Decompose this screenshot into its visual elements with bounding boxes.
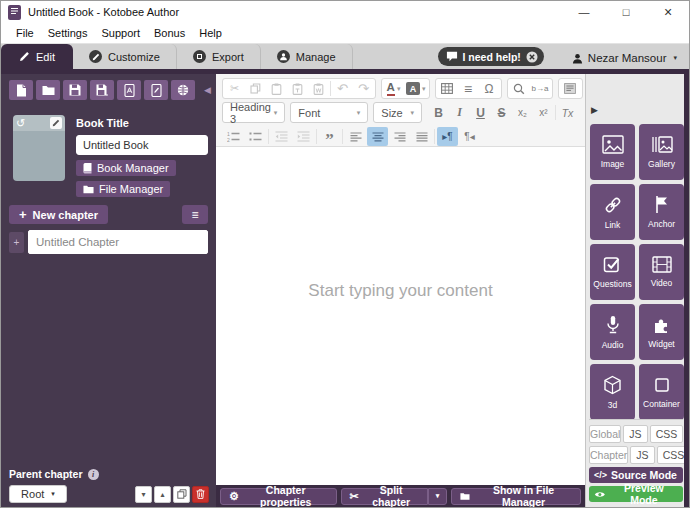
split-chapter-button[interactable]: ✂ Split chapter <box>341 488 428 505</box>
tab-customize[interactable]: Customize <box>73 44 177 69</box>
increase-indent-button[interactable] <box>293 127 314 146</box>
replace-button[interactable]: b→a <box>530 79 551 98</box>
source-mode-button[interactable]: </> Source Mode <box>589 467 683 483</box>
delete-chapter-button[interactable] <box>192 486 209 503</box>
expand-panel-arrow[interactable]: ▶ <box>591 105 598 115</box>
menu-file[interactable]: File <box>9 24 41 42</box>
file-manager-button[interactable]: File Manager <box>76 181 170 197</box>
insert-widget-button[interactable]: Widget <box>639 304 684 360</box>
strikethrough-button[interactable]: S <box>491 103 512 122</box>
paste-from-word-button[interactable] <box>308 79 329 98</box>
book-title-input[interactable] <box>76 135 208 155</box>
move-chapter-down-button[interactable]: ▾ <box>135 486 152 503</box>
menu-bonus[interactable]: Bonus <box>147 24 192 42</box>
duplicate-chapter-button[interactable] <box>173 486 190 503</box>
insert-container-button[interactable]: Container <box>639 364 684 420</box>
superscript-button[interactable]: x² <box>533 103 554 122</box>
parent-chapter-select[interactable]: Root ▾ <box>9 485 67 503</box>
close-button[interactable]: × <box>647 1 689 23</box>
global-css-button[interactable]: CSS <box>650 425 684 443</box>
export-epub-button[interactable] <box>117 80 141 100</box>
export-document-button[interactable] <box>144 80 168 100</box>
horizontal-rule-button[interactable]: ≡ <box>458 79 479 98</box>
blockquote-button[interactable]: ” <box>319 127 340 146</box>
i-need-help-button[interactable]: I need help! <box>438 47 544 66</box>
font-size-select[interactable]: Size ▾ <box>373 102 422 123</box>
collapse-sidebar-arrow[interactable]: ◀ <box>204 85 211 95</box>
cut-button[interactable]: ✂ <box>224 79 245 98</box>
copy-button[interactable] <box>245 79 266 98</box>
insert-questions-button[interactable]: Questions <box>590 244 635 300</box>
insert-link-button[interactable]: Link <box>590 184 635 240</box>
dismiss-circle-icon[interactable] <box>526 51 538 63</box>
insert-audio-button[interactable]: Audio <box>590 304 635 360</box>
justify-button[interactable] <box>411 127 432 146</box>
content-area: ◀ ↺ Book Title Book Manager File Manager <box>1 74 689 507</box>
special-character-button[interactable]: Ω <box>479 79 500 98</box>
reset-cover-icon[interactable]: ↺ <box>16 118 25 129</box>
paragraph-format-select[interactable]: Heading 3 ▾ <box>222 102 285 123</box>
underline-button[interactable]: U <box>470 103 491 122</box>
redo-button[interactable]: ↷ <box>353 79 374 98</box>
tab-manage[interactable]: Manage <box>261 44 353 69</box>
subscript-button[interactable]: x₂ <box>512 103 533 122</box>
insert-table-button[interactable] <box>437 79 458 98</box>
edit-cover-button[interactable] <box>50 117 62 129</box>
tab-export[interactable]: Export <box>177 44 261 69</box>
new-book-button[interactable] <box>9 80 33 100</box>
save-as-button[interactable] <box>90 80 114 100</box>
chapter-js-button[interactable]: JS <box>630 446 654 464</box>
decrease-indent-button[interactable] <box>271 127 292 146</box>
align-left-button[interactable] <box>345 127 366 146</box>
chapter-title-input[interactable] <box>28 230 208 254</box>
text-color-button[interactable]: A ▾ <box>383 79 404 98</box>
insert-anchor-button[interactable]: Anchor <box>639 184 684 240</box>
publish-web-button[interactable] <box>171 80 195 100</box>
insert-video-button[interactable]: Video <box>639 244 684 300</box>
align-center-button[interactable] <box>367 127 388 146</box>
global-code-label: Global <box>589 425 621 443</box>
align-right-button[interactable] <box>389 127 410 146</box>
show-blocks-button[interactable] <box>560 79 581 98</box>
menu-help[interactable]: Help <box>192 24 229 42</box>
undo-button[interactable]: ↶ <box>332 79 353 98</box>
user-menu[interactable]: Nezar Mansour ▾ <box>572 52 677 64</box>
font-family-select[interactable]: Font ▾ <box>290 102 368 123</box>
global-js-button[interactable]: JS <box>623 425 647 443</box>
add-subchapter-button[interactable]: + <box>9 232 24 253</box>
paste-button[interactable] <box>266 79 287 98</box>
show-in-file-manager-button[interactable]: Show in File Manager <box>451 488 581 505</box>
insert-3d-button[interactable]: 3d <box>590 364 635 420</box>
paste-plain-text-button[interactable] <box>287 79 308 98</box>
bullet-list-button[interactable] <box>245 127 266 146</box>
book-manager-button[interactable]: Book Manager <box>76 160 176 176</box>
minimize-button[interactable]: — <box>563 1 605 23</box>
editor-canvas[interactable]: Start typing your content <box>216 147 585 485</box>
tab-edit[interactable]: Edit <box>1 44 73 69</box>
menu-settings[interactable]: Settings <box>41 24 95 42</box>
chapter-list-menu-button[interactable]: ≡ <box>182 205 208 224</box>
text-direction-ltr-button[interactable]: ▸¶ <box>437 127 458 146</box>
bold-button[interactable]: B <box>428 103 449 122</box>
book-cover-thumbnail[interactable]: ↺ <box>13 115 65 181</box>
insert-gallery-button[interactable]: Gallery <box>639 124 684 180</box>
chapter-properties-button[interactable]: ⚙ Chapter properties <box>220 488 337 505</box>
find-button[interactable] <box>509 79 530 98</box>
ordered-list-button[interactable]: 12 <box>223 127 244 146</box>
background-color-button[interactable]: A ▾ <box>404 79 428 98</box>
italic-button[interactable]: I <box>449 103 470 122</box>
insert-image-button[interactable]: Image <box>590 124 635 180</box>
split-chapter-dropdown[interactable]: ▾ <box>428 488 448 505</box>
info-icon[interactable]: i <box>88 469 99 480</box>
new-chapter-button[interactable]: + New chapter <box>9 205 108 224</box>
menu-support[interactable]: Support <box>94 24 147 42</box>
save-book-button[interactable] <box>63 80 87 100</box>
open-book-button[interactable] <box>36 80 60 100</box>
maximize-button[interactable]: □ <box>605 1 647 23</box>
clear-formatting-button[interactable]: Tx <box>557 103 578 122</box>
preview-mode-button[interactable]: Preview Mode <box>589 486 683 502</box>
text-direction-rtl-button[interactable]: ¶◂ <box>459 127 480 146</box>
chevron-down-icon: ▾ <box>673 54 677 62</box>
move-chapter-up-button[interactable]: ▴ <box>154 486 171 503</box>
folder-icon <box>460 492 470 501</box>
